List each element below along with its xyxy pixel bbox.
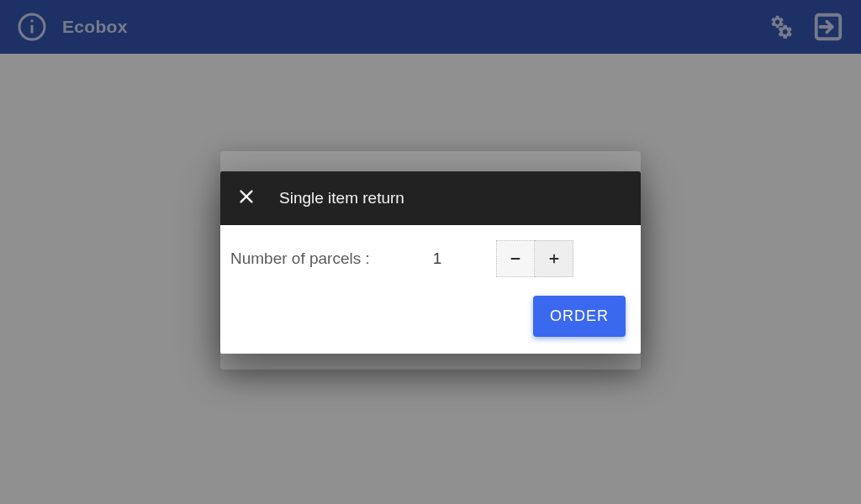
plus-icon xyxy=(547,251,562,266)
dialog-header: Single item return xyxy=(220,171,641,225)
minus-icon xyxy=(508,251,523,266)
order-button[interactable]: ORDER xyxy=(533,296,626,337)
return-dialog: Single item return Number of parcels : 1… xyxy=(220,171,641,354)
dialog-actions: ORDER xyxy=(227,296,626,337)
dialog-title: Single item return xyxy=(279,189,404,207)
increment-button[interactable] xyxy=(535,240,573,277)
decrement-button[interactable] xyxy=(496,240,535,277)
parcels-value: 1 xyxy=(412,249,462,268)
dialog-body: Number of parcels : 1 ORDER xyxy=(220,225,641,354)
parcels-label: Number of parcels : xyxy=(227,249,412,268)
parcels-row: Number of parcels : 1 xyxy=(227,240,626,277)
quantity-stepper xyxy=(496,240,573,277)
close-icon[interactable] xyxy=(237,187,256,209)
